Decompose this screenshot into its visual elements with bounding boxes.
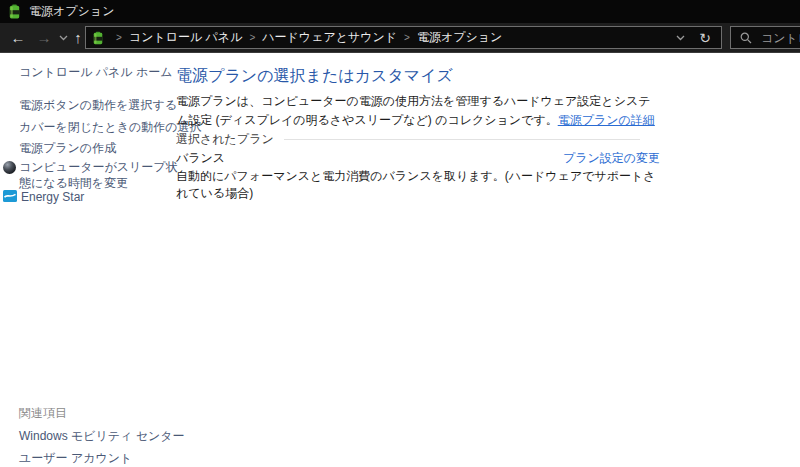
change-plan-settings-link[interactable]: プラン設定の変更: [563, 150, 660, 167]
search-input[interactable]: [761, 31, 800, 45]
sidebar-item-windows-mobility-center[interactable]: Windows モビリティ センター: [19, 428, 185, 445]
sleep-moon-icon: [3, 161, 16, 174]
sidebar-item-change-sleep-time[interactable]: コンピューターがスリープ状態になる時間を変更: [19, 159, 189, 191]
search-icon: [740, 32, 752, 44]
breadcrumb-separator: >: [404, 32, 410, 43]
chevron-down-icon[interactable]: [56, 23, 70, 52]
navigation-bar: ← → ↑ > コントロール パネル > ハードウェアとサウンド > 電源オプシ…: [0, 23, 800, 53]
search-box[interactable]: [730, 26, 800, 49]
intro-paragraph: 電源プランは、コンピューターの電源の使用方法を管理するハードウェア設定とシステム…: [176, 92, 660, 130]
related-items-header: 関連項目: [19, 405, 67, 422]
battery-icon: [9, 4, 20, 19]
battery-icon: [93, 31, 103, 45]
breadcrumb-control-panel[interactable]: コントロール パネル: [129, 29, 243, 46]
plan-description: 自動的にパフォーマンスと電力消費のバランスを取ります。(ハードウェアでサポートさ…: [176, 168, 660, 202]
energy-star-icon: [3, 189, 17, 207]
breadcrumb-separator: >: [116, 32, 122, 43]
selected-plan-label: 選択されたプラン: [176, 131, 274, 148]
sidebar-item-user-accounts[interactable]: ユーザー アカウント: [19, 450, 132, 467]
address-bar[interactable]: > コントロール パネル > ハードウェアとサウンド > 電源オプション ↻: [85, 26, 722, 49]
sidebar-item-power-button-action[interactable]: 電源ボタンの動作を選択する: [19, 97, 177, 114]
refresh-icon[interactable]: ↻: [695, 30, 721, 46]
forward-icon[interactable]: →: [32, 23, 56, 52]
page-title: 電源プランの選択またはカスタマイズ: [176, 66, 453, 87]
window-title: 電源オプション: [29, 3, 114, 20]
up-icon[interactable]: ↑: [70, 23, 86, 52]
content-area: コントロール パネル ホーム 電源ボタンの動作を選択する カバーを閉じたときの動…: [0, 54, 800, 467]
breadcrumb-hardware-and-sound[interactable]: ハードウェアとサウンド: [262, 29, 397, 46]
sidebar-item-create-power-plan[interactable]: 電源プランの作成: [19, 140, 116, 157]
selected-plan-section: 選択されたプラン: [176, 131, 640, 148]
breadcrumb-power-options[interactable]: 電源オプション: [417, 29, 502, 46]
power-plan-details-link[interactable]: 電源プランの詳細: [558, 113, 655, 127]
plan-name: バランス: [176, 150, 225, 167]
sidebar-item-lid-close-action[interactable]: カバーを閉じたときの動作の選択: [19, 119, 202, 136]
address-dropdown-chevron-icon[interactable]: [666, 35, 695, 41]
sidebar-item-control-panel-home[interactable]: コントロール パネル ホーム: [19, 64, 172, 81]
plan-row: バランス プラン設定の変更: [176, 150, 660, 167]
breadcrumb-separator: >: [249, 32, 255, 43]
power-options-window: 電源オプション ← → ↑ > コントロール パネル > ハードウェアとサウンド…: [0, 0, 800, 467]
sidebar-item-energy-star[interactable]: Energy Star: [21, 190, 84, 204]
back-icon[interactable]: ←: [6, 23, 30, 52]
title-bar: 電源オプション: [0, 0, 800, 23]
section-divider: [284, 139, 640, 140]
